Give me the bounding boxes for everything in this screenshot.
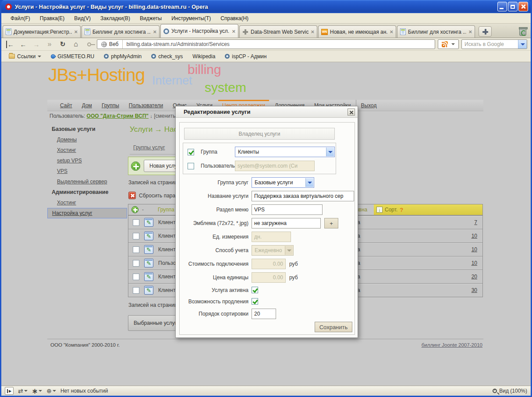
maximize-button[interactable] (508, 2, 518, 11)
setup-cost-input[interactable] (252, 259, 286, 269)
unite-button[interactable] (32, 387, 42, 395)
sidebar-item-hosting-admin[interactable]: Хостинг (47, 197, 127, 208)
edit-icon[interactable] (144, 259, 153, 267)
user-company-link[interactable]: ООО "Дата-Стрим ВСП" (87, 113, 149, 119)
search-engine-dropdown[interactable] (518, 40, 527, 49)
dialog-close-button[interactable] (348, 109, 355, 116)
edit-icon[interactable] (144, 272, 153, 281)
row-sort-link[interactable]: 20 (472, 274, 477, 280)
tab-close-icon[interactable]: × (468, 29, 472, 35)
row-sort-link[interactable]: 30 (472, 287, 477, 293)
sidebar-item-setup-vps[interactable]: setup VPS (47, 155, 127, 166)
tab-documentation[interactable]: Документация:Регистр... × (3, 25, 81, 38)
service-active-checkbox[interactable] (252, 287, 258, 293)
row-checkbox[interactable] (133, 287, 139, 294)
renewal-checkbox[interactable] (252, 298, 258, 305)
sidebar-item-service-settings[interactable]: Настройка услуг (47, 208, 127, 218)
url-field[interactable]: Веб billing.data-stream.ru/Administrator… (97, 39, 435, 49)
tab-close-icon[interactable]: × (74, 29, 78, 35)
nav-groups[interactable]: Группы (97, 100, 124, 111)
tab-datastream[interactable]: Data-Stream Web Servic... × (239, 25, 317, 38)
edit-icon[interactable] (144, 286, 153, 295)
minimize-button[interactable] (497, 2, 507, 11)
edit-icon[interactable] (144, 245, 153, 254)
menu-help[interactable]: Справка(H) (216, 14, 253, 23)
site-mode-chip[interactable]: Веб (97, 40, 123, 49)
home-button[interactable] (71, 39, 81, 49)
accounting-select[interactable]: Ежедневно (252, 245, 294, 256)
row-checkbox[interactable] (133, 274, 139, 280)
sidebar-item-vps[interactable]: VPS (47, 166, 127, 176)
save-button[interactable]: Сохранить (315, 322, 352, 332)
change-user-link[interactable]: [сменить] (154, 113, 177, 119)
tab-close-icon[interactable]: × (232, 28, 235, 34)
column-header-group[interactable]: Группа (147, 207, 174, 213)
fast-forward-button[interactable] (44, 39, 55, 49)
menu-file[interactable]: Файл(F) (6, 14, 35, 23)
nav-home[interactable]: Дом (77, 100, 97, 111)
menu-edit[interactable]: Правка(E) (35, 14, 70, 23)
search-input[interactable] (462, 41, 518, 47)
forward-button[interactable] (31, 39, 42, 49)
row-checkbox[interactable] (133, 233, 139, 239)
panels-toggle-button[interactable] (5, 387, 14, 395)
password-manager-button[interactable] (84, 39, 94, 49)
emblem-add-button[interactable]: + (324, 218, 338, 228)
edit-icon[interactable] (144, 232, 153, 240)
footer-billing-link[interactable]: биллинг Joonte 2007-2010 (422, 342, 482, 348)
column-header-sort[interactable]: Сорт. ? (374, 204, 482, 215)
reload-button[interactable] (57, 39, 68, 49)
tab-services-active[interactable]: Услуги - Настройка усл... × (160, 24, 238, 38)
owner-user-checkbox[interactable] (188, 163, 194, 169)
closed-tabs-trash-button[interactable] (519, 28, 526, 36)
tab-billing-1[interactable]: Биллинг для хостинга ... × (82, 25, 160, 38)
tab-close-icon[interactable]: × (153, 29, 156, 35)
bookmark-ispcp[interactable]: ispCP - Админ (221, 53, 270, 60)
row-checkbox[interactable] (133, 219, 139, 226)
events-button[interactable] (46, 387, 56, 394)
owner-group-select[interactable]: Клиенты (235, 147, 335, 157)
collapse-icon[interactable]: - (142, 207, 144, 213)
tab-billing-2[interactable]: Биллинг для хостинга ... × (397, 25, 475, 38)
sidebar-item-domains[interactable]: Домены (47, 134, 127, 145)
edit-icon[interactable] (144, 218, 153, 227)
search-box[interactable] (461, 39, 527, 49)
row-checkbox[interactable] (133, 260, 139, 267)
nav-users[interactable]: Пользователи (124, 100, 168, 111)
menu-view[interactable]: Вид(V) (69, 14, 96, 23)
menu-bookmarks[interactable]: Закладки(B) (96, 14, 135, 23)
row-sort-link[interactable]: 10 (472, 246, 477, 253)
bookmark-links-folder[interactable]: Ссылки (5, 53, 45, 60)
bookmark-gismeteo[interactable]: GISMETEO.RU (47, 53, 98, 60)
emblem-input[interactable] (252, 218, 321, 228)
tab-new-article[interactable]: WN Новая, не имеющая ан... × (318, 25, 396, 38)
add-row-icon[interactable] (131, 206, 138, 213)
bookmark-checksys[interactable]: check_sys (147, 53, 187, 60)
menu-widgets[interactable]: Виджеты (135, 14, 167, 23)
service-name-input[interactable] (252, 191, 354, 201)
back-to-start-button[interactable] (5, 39, 15, 49)
tab-close-icon[interactable]: × (390, 29, 393, 35)
bookmark-wikipedia[interactable]: Wikipedia (188, 53, 219, 60)
nav-logout[interactable]: Выход (356, 100, 382, 111)
zoom-control[interactable]: Вид (100%) (493, 388, 527, 394)
help-icon[interactable]: ? (400, 207, 403, 213)
sort-order-input[interactable] (252, 309, 276, 319)
service-group-select[interactable]: Базовые услуги (252, 177, 314, 188)
sidebar-item-dedicated[interactable]: Выделенный сервер (47, 176, 127, 187)
bookmark-phpmyadmin[interactable]: phpMyAdmin (100, 53, 145, 60)
back-button[interactable] (18, 39, 28, 49)
close-button[interactable] (518, 2, 528, 11)
url-text[interactable]: billing.data-stream.ru/Administrator/Ser… (123, 41, 229, 47)
menu-tools[interactable]: Инструменты(T) (167, 14, 216, 23)
service-groups-link[interactable]: Группы услуг (133, 144, 165, 151)
owner-user-input[interactable] (235, 161, 315, 171)
unit-price-input[interactable] (252, 272, 286, 283)
row-sort-link[interactable]: 10 (472, 260, 477, 266)
row-checkbox[interactable] (133, 246, 139, 253)
sync-button[interactable] (18, 387, 28, 394)
nav-site[interactable]: Сайт (55, 100, 77, 111)
menu-section-input[interactable] (252, 204, 323, 215)
tab-close-icon[interactable]: × (311, 29, 314, 35)
row-sort-link[interactable]: 7 (474, 219, 477, 225)
